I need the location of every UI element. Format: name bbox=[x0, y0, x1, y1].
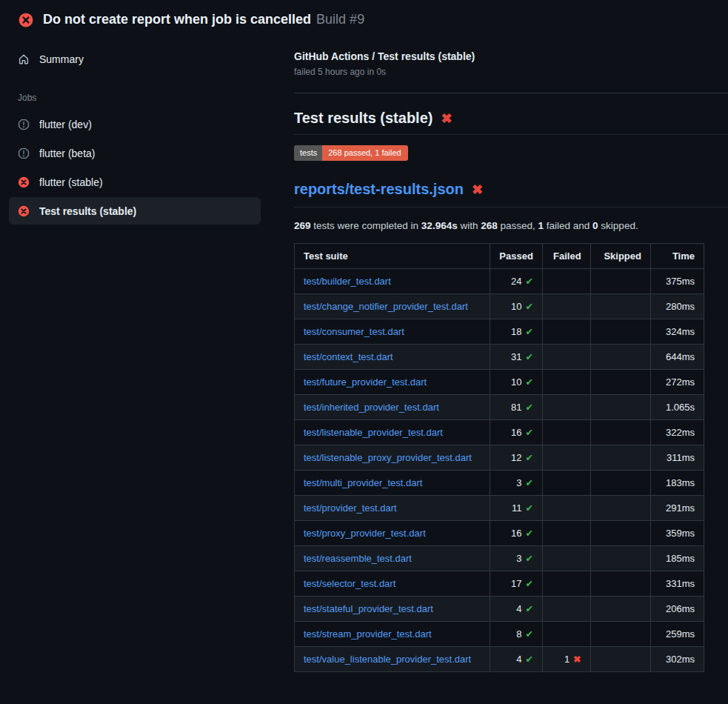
page-title: Do not create report when job is cancell… bbox=[43, 12, 364, 27]
jobs-section-heading: Jobs bbox=[18, 93, 252, 103]
table-row: test/provider_test.dart 11✔ 291ms bbox=[295, 496, 704, 521]
check-icon: ✔ bbox=[525, 604, 532, 614]
cross-mark-icon: ✖ bbox=[472, 183, 483, 196]
skipped-cell bbox=[590, 319, 650, 345]
test-suite-link[interactable]: test/listenable_provider_test.dart bbox=[304, 427, 443, 438]
cross-mark-icon: ✖ bbox=[441, 112, 452, 125]
table-row: test/value_listenable_provider_test.dart… bbox=[295, 647, 704, 672]
failed-cell bbox=[542, 471, 590, 496]
check-icon: ✔ bbox=[525, 428, 532, 438]
check-title: Test results (stable) ✖ bbox=[294, 110, 728, 135]
test-suite-link[interactable]: test/future_provider_test.dart bbox=[304, 376, 427, 388]
check-icon: ✔ bbox=[525, 503, 532, 514]
build-number: Build #9 bbox=[316, 12, 364, 27]
test-suite-link[interactable]: test/multi_provider_test.dart bbox=[304, 477, 422, 488]
sidebar-item-flutter-stable[interactable]: flutter (stable) bbox=[9, 168, 261, 196]
report-file-link[interactable]: reports/test-results.json bbox=[294, 181, 464, 198]
test-suite-link[interactable]: test/stream_provider_test.dart bbox=[304, 628, 432, 640]
time-cell: 331ms bbox=[650, 571, 704, 597]
status-line: failed 5 hours ago in 0s bbox=[294, 67, 728, 77]
skipped-cell bbox=[590, 597, 650, 622]
failed-count: 1 bbox=[564, 654, 570, 665]
test-results-table: Test suite Passed Failed Skipped Time te… bbox=[294, 243, 704, 672]
table-row: test/context_test.dart 31✔ 644ms bbox=[295, 345, 704, 370]
test-suite-link[interactable]: test/inherited_provider_test.dart bbox=[304, 402, 439, 413]
skipped-cell bbox=[590, 445, 650, 471]
check-icon: ✔ bbox=[525, 327, 532, 337]
time-cell: 324ms bbox=[650, 319, 704, 345]
passed-count: 8 bbox=[516, 628, 521, 640]
cancelled-status-icon bbox=[18, 147, 30, 159]
failed-cell bbox=[542, 420, 590, 445]
skipped-cell bbox=[590, 546, 650, 571]
time-cell: 322ms bbox=[650, 420, 704, 445]
check-run-header: Do not create report when job is cancell… bbox=[0, 0, 728, 36]
sidebar: Summary Jobs flutter (dev) flutter (beta… bbox=[0, 36, 294, 226]
passed-count: 3 bbox=[516, 477, 521, 488]
failed-cell bbox=[542, 496, 590, 521]
passed-count: 81 bbox=[511, 402, 521, 413]
time-cell: 272ms bbox=[650, 370, 704, 395]
x-circle-fill-icon bbox=[18, 176, 30, 188]
passed-count: 16 bbox=[511, 528, 521, 539]
time-cell: 206ms bbox=[650, 597, 704, 622]
home-icon bbox=[18, 53, 30, 65]
time-cell: 280ms bbox=[650, 294, 704, 319]
test-suite-link[interactable]: test/listenable_proxy_provider_test.dart bbox=[304, 452, 472, 463]
time-cell: 375ms bbox=[650, 269, 704, 294]
time-cell: 185ms bbox=[650, 546, 704, 571]
failed-cell bbox=[542, 597, 590, 622]
x-circle-fill-icon bbox=[18, 205, 30, 217]
time-cell: 644ms bbox=[650, 345, 704, 370]
sidebar-item-flutter-beta[interactable]: flutter (beta) bbox=[9, 139, 261, 167]
test-suite-link[interactable]: test/reassemble_test.dart bbox=[304, 553, 412, 564]
column-header-time: Time bbox=[650, 244, 704, 269]
breadcrumb: GitHub Actions / Test results (stable) bbox=[294, 50, 728, 62]
skipped-cell bbox=[590, 370, 650, 395]
column-header-passed: Passed bbox=[490, 244, 542, 269]
time-cell: 359ms bbox=[650, 521, 704, 546]
badge-label: tests bbox=[294, 145, 322, 161]
passed-count: 18 bbox=[511, 326, 521, 337]
table-row: test/listenable_provider_test.dart 16✔ 3… bbox=[295, 420, 704, 445]
passed-count: 4 bbox=[516, 603, 521, 614]
check-icon: ✔ bbox=[525, 453, 532, 463]
time-cell: 1.065s bbox=[650, 395, 704, 420]
check-icon: ✔ bbox=[525, 302, 532, 312]
test-suite-link[interactable]: test/value_listenable_provider_test.dart bbox=[304, 654, 471, 665]
test-suite-link[interactable]: test/proxy_provider_test.dart bbox=[304, 528, 426, 539]
failed-cell bbox=[542, 395, 590, 420]
sidebar-item-label: flutter (dev) bbox=[39, 119, 92, 130]
sidebar-item-test-results-stable[interactable]: Test results (stable) bbox=[9, 197, 261, 225]
table-row: test/listenable_proxy_provider_test.dart… bbox=[295, 445, 704, 471]
passed-count: 12 bbox=[511, 452, 521, 463]
x-circle-fill-icon bbox=[19, 13, 33, 27]
test-suite-link[interactable]: test/context_test.dart bbox=[304, 351, 393, 362]
failed-cell bbox=[542, 622, 590, 647]
check-icon: ✔ bbox=[525, 402, 532, 413]
cross-icon: ✖ bbox=[573, 654, 581, 665]
failed-cell bbox=[542, 319, 590, 345]
skipped-cell bbox=[590, 345, 650, 370]
check-icon: ✔ bbox=[525, 579, 532, 589]
main-content: GitHub Actions / Test results (stable) f… bbox=[294, 36, 728, 672]
skipped-cell bbox=[590, 395, 650, 420]
divider bbox=[294, 93, 728, 93]
sidebar-item-summary[interactable]: Summary bbox=[9, 45, 261, 73]
test-suite-link[interactable]: test/change_notifier_provider_test.dart bbox=[304, 301, 468, 312]
check-icon: ✔ bbox=[525, 276, 532, 287]
skipped-cell bbox=[590, 269, 650, 294]
passed-count: 10 bbox=[511, 376, 521, 388]
time-cell: 302ms bbox=[650, 647, 704, 672]
passed-count: 24 bbox=[511, 276, 521, 287]
test-suite-link[interactable]: test/consumer_test.dart bbox=[304, 326, 404, 337]
test-suite-link[interactable]: test/stateful_provider_test.dart bbox=[304, 603, 433, 614]
check-icon: ✔ bbox=[525, 352, 532, 362]
test-suite-link[interactable]: test/provider_test.dart bbox=[304, 502, 397, 514]
passed-count: 11 bbox=[512, 502, 522, 514]
table-row: test/stateful_provider_test.dart 4✔ 206m… bbox=[295, 597, 704, 622]
sidebar-item-flutter-dev[interactable]: flutter (dev) bbox=[9, 110, 261, 138]
test-suite-link[interactable]: test/builder_test.dart bbox=[304, 276, 391, 287]
test-suite-link[interactable]: test/selector_test.dart bbox=[304, 578, 395, 589]
sidebar-item-label: Summary bbox=[39, 53, 84, 65]
